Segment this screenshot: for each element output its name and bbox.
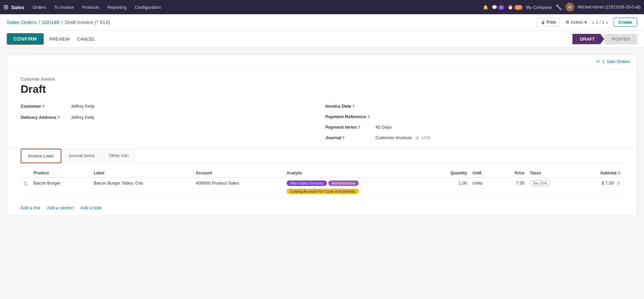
user-name: Mitchell Admin (21523336-16-0-all) (578, 5, 641, 9)
settings-icon[interactable]: 🔧 (555, 4, 562, 10)
nav-reporting[interactable]: Reporting (104, 5, 130, 10)
analytic-tag-1[interactable]: After-Sales Services (287, 180, 327, 186)
add-line-link[interactable]: Add a line (21, 205, 40, 210)
payment-ref-label: Payment Reference ? (326, 114, 373, 119)
journal-field: Journal ? Customer Invoices in USD (326, 135, 624, 140)
chat-icon[interactable]: 💬 9 (492, 5, 505, 10)
nav-configuration[interactable]: Configuration (131, 5, 164, 10)
card-top-bar: ✏ 1 Sale Orders (7, 55, 637, 68)
confirm-button[interactable]: CONFIRM (7, 33, 44, 45)
col-analytic: Analytic (284, 169, 429, 178)
payment-ref-field: Payment Reference ? (326, 114, 624, 119)
action-bar: CONFIRM PREVIEW CANCEL DRAFT POSTED (0, 30, 644, 48)
tab-journal-items[interactable]: Journal Items (61, 149, 102, 163)
invoice-card: ✏ 1 Sale Orders Customer Invoice Draft C… (7, 55, 637, 216)
next-button[interactable]: › (606, 20, 608, 25)
delete-icon[interactable]: 🗑 (616, 180, 621, 186)
brand-label: Sales (11, 4, 24, 10)
action-button[interactable]: ⚙ Action ▾ (565, 20, 587, 25)
status-posted: POSTED (604, 34, 637, 44)
row-account[interactable]: 400000 Product Sales (193, 178, 284, 197)
payment-ref-help[interactable]: ? (367, 115, 370, 119)
top-navigation: ⊞ Sales Orders To Invoice Products Repor… (0, 0, 644, 14)
tabs: Invoice Lines Journal Items Other Info (21, 149, 623, 163)
add-note-link[interactable]: Add a note (81, 205, 102, 210)
print-button[interactable]: 🖨 Print (536, 18, 560, 26)
row-label[interactable]: Bacon Burger Sides: Cris (91, 178, 193, 197)
breadcrumb-s00149[interactable]: S00149 (42, 19, 60, 25)
invoice-table-area: Product Label Account Analytic Quantity … (7, 163, 637, 202)
sale-orders-count: 1 (602, 59, 604, 64)
row-analytic[interactable]: After-Sales Services Administrative Cost… (284, 178, 429, 197)
delivery-field: Delivery Address ? Jeffrey Kelly (21, 115, 319, 120)
sale-orders-link[interactable]: ✏ 1 Sale Orders (596, 59, 630, 64)
row-subtotal: $ 7.50 🗑 (575, 178, 623, 197)
row-price[interactable]: 7.50 (498, 178, 527, 197)
status-area: DRAFT POSTED (572, 34, 637, 44)
col-account: Account (193, 169, 284, 178)
col-price: Price (498, 169, 527, 178)
row-uom[interactable]: Units (470, 178, 498, 197)
app-grid-icon[interactable]: ⊞ (3, 3, 8, 11)
tabs-area: Invoice Lines Journal Items Other Info (7, 148, 637, 163)
main-content: ✏ 1 Sale Orders Customer Invoice Draft C… (0, 48, 644, 228)
fields-right: Invoice Date ? Payment Reference ? (319, 104, 624, 140)
nav-to-invoice[interactable]: To Invoice (51, 5, 77, 10)
breadcrumb-sales-orders[interactable]: Sales Orders (7, 19, 37, 25)
breadcrumb-current: Draft Invoice (* 614) (65, 19, 110, 25)
customer-field: Customer ? Jeffrey Kelly (21, 104, 319, 109)
delivery-help[interactable]: ? (58, 115, 60, 120)
edit-icon: ✏ (596, 59, 600, 64)
col-subtotal: Subtotal ⇅ (575, 169, 623, 178)
analytic-note: Costing Account For Cycle of Assembly. (287, 189, 359, 194)
invoice-date-help[interactable]: ? (352, 104, 355, 108)
col-product: Product (31, 169, 91, 178)
payment-terms-help[interactable]: ? (358, 125, 360, 129)
pagination-count: 1 / 1 (596, 20, 604, 25)
row-handle[interactable]: ⇅ (21, 178, 31, 197)
sort-icon[interactable]: ⇅ (618, 171, 621, 175)
invoice-table: Product Label Account Analytic Quantity … (21, 169, 623, 197)
invoice-date-label: Invoice Date ? (326, 104, 373, 109)
nav-orders[interactable]: Orders (29, 5, 49, 10)
nav-products[interactable]: Products (79, 5, 103, 10)
add-section-link[interactable]: Add a section (47, 205, 74, 210)
preview-button[interactable]: PREVIEW (48, 35, 71, 43)
payment-terms-label: Payment terms ? (326, 125, 373, 130)
row-quantity[interactable]: 1.00 (429, 178, 470, 197)
payment-terms-value[interactable]: 45 Days (376, 125, 392, 130)
company-label: My Company (526, 5, 552, 10)
breadcrumb-bar: Sales Orders / S00149 / Draft Invoice (*… (0, 14, 644, 30)
fields-row: Customer ? Jeffrey Kelly Delivery Addres… (21, 104, 623, 140)
tab-other-info[interactable]: Other Info (102, 149, 136, 163)
delivery-value[interactable]: Jeffrey Kelly (71, 115, 95, 120)
journal-value[interactable]: Customer Invoices in USD (376, 135, 431, 140)
analytic-tag-2[interactable]: Administrative (328, 180, 358, 186)
row-product[interactable]: Bacon Burger (31, 178, 91, 197)
cancel-button[interactable]: CANCEL (75, 35, 97, 43)
tab-invoice-lines[interactable]: Invoice Lines (21, 149, 61, 163)
breadcrumb-sep2: / (61, 19, 63, 25)
breadcrumb-sep1: / (39, 19, 40, 25)
invoice-date-field: Invoice Date ? (326, 104, 624, 109)
journal-help[interactable]: ? (342, 136, 345, 140)
table-header-row: Product Label Account Analytic Quantity … (21, 169, 623, 178)
activity-badge: 37 (514, 5, 523, 10)
customer-help[interactable]: ? (42, 104, 45, 108)
customer-label: Customer ? (21, 104, 68, 109)
prev-button[interactable]: ‹ (592, 20, 594, 25)
header-actions: 🖨 Print ⚙ Action ▾ ‹ 1 / 1 › Create (536, 18, 637, 27)
col-handle (21, 169, 31, 178)
tax-badge[interactable]: Tax 15% (530, 180, 550, 186)
payment-terms-field: Payment terms ? 45 Days (326, 125, 624, 130)
notification-icon[interactable]: 🔔 (483, 5, 488, 10)
customer-value[interactable]: Jeffrey Kelly (71, 104, 95, 109)
col-label: Label (91, 169, 193, 178)
create-button[interactable]: Create (614, 18, 637, 27)
invoice-status-title: Draft (21, 83, 623, 95)
table-row: ⇅ Bacon Burger Bacon Burger Sides: Cris … (21, 178, 623, 197)
chat-badge: 9 (498, 5, 504, 10)
journal-label: Journal ? (326, 135, 373, 140)
row-taxes[interactable]: Tax 15% (527, 178, 575, 197)
activity-icon[interactable]: ⏰ 37 (508, 5, 523, 10)
